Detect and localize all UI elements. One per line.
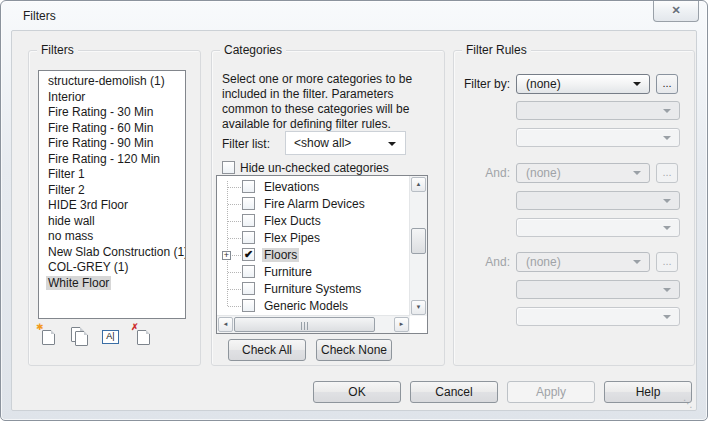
chevron-down-icon (663, 136, 671, 140)
chevron-down-icon (388, 142, 396, 146)
rule-operator-dropdown (516, 101, 680, 120)
list-item[interactable]: Fire Rating - 90 Min (39, 136, 185, 152)
expand-icon[interactable]: + (222, 251, 231, 260)
cancel-button[interactable]: Cancel (410, 381, 498, 403)
document-icon (137, 330, 150, 345)
ok-button[interactable]: OK (313, 381, 401, 403)
title-bar[interactable]: Filters ✕ (1, 1, 707, 30)
checkbox[interactable] (242, 214, 255, 227)
and-label: And: (454, 166, 510, 180)
scrollbar-thumb[interactable] (234, 317, 375, 332)
filter-by-dropdown[interactable]: (none) (516, 74, 650, 94)
list-item[interactable]: Fire Rating - 120 Min (39, 152, 185, 168)
filters-group-label: Filters (37, 43, 78, 57)
and-dropdown: (none) (516, 252, 650, 272)
checkbox-checked[interactable]: ✔ (242, 248, 255, 261)
list-item[interactable]: HIDE 3rd Floor (39, 198, 185, 214)
filter-by-label: Filter by: (454, 77, 510, 91)
new-filter-icon: ✱ (36, 323, 44, 332)
tree-row-selected[interactable]: + ✔ Floors (218, 247, 409, 264)
filters-toolbar: ✱ A| ✗ (29, 327, 200, 347)
chevron-down-icon (663, 288, 671, 292)
document-icon (75, 331, 88, 346)
list-item[interactable]: hide wall (39, 214, 185, 230)
filters-group: Filters structure-demolish (1) Interior … (28, 50, 201, 366)
list-item[interactable]: Fire Rating - 60 Min (39, 121, 185, 137)
close-icon: ✕ (671, 4, 680, 16)
categories-group-label: Categories (220, 43, 286, 57)
list-item[interactable]: Filter 2 (39, 183, 185, 199)
filters-list[interactable]: structure-demolish (1) Interior Fire Rat… (38, 70, 186, 319)
chevron-down-icon (633, 260, 641, 264)
browse-rule-button[interactable]: ... (656, 74, 678, 94)
checkbox[interactable] (242, 282, 255, 295)
rule-operator-dropdown (516, 280, 680, 299)
new-filter-button[interactable]: ✱ (38, 327, 56, 345)
dialog-body: Filters structure-demolish (1) Interior … (11, 30, 697, 411)
rename-filter-button[interactable]: A| (101, 327, 119, 345)
list-item-selected[interactable]: White Floor (39, 276, 185, 292)
rule-operator-dropdown (516, 191, 680, 210)
list-item[interactable]: no mass (39, 229, 185, 245)
delete-filter-button[interactable]: ✗ (133, 327, 151, 345)
hide-unchecked-label: Hide un-checked categories (240, 161, 389, 175)
list-item[interactable]: Interior (39, 90, 185, 106)
apply-button: Apply (507, 381, 595, 403)
and-label: And: (454, 255, 510, 269)
check-none-button[interactable]: Check None (316, 339, 392, 361)
vertical-scrollbar[interactable]: ▲ ▼ (409, 176, 427, 316)
tree-row[interactable]: Fire Alarm Devices (218, 196, 409, 213)
scroll-left-icon[interactable]: ◄ (218, 317, 233, 332)
tree-row[interactable]: Furniture (218, 264, 409, 281)
categories-tree[interactable]: Elevations Fire Alarm Devices Flex Ducts… (216, 175, 428, 334)
filter-list-dropdown[interactable]: <show all> (285, 131, 406, 155)
browse-rule-button: ... (656, 163, 678, 183)
scroll-right-icon[interactable]: ► (394, 317, 409, 332)
and-dropdown: (none) (516, 163, 650, 183)
browse-rule-button: ... (656, 252, 678, 272)
categories-description: Select one or more categories to be incl… (222, 72, 436, 132)
scroll-up-icon[interactable]: ▲ (411, 177, 426, 192)
tree-row[interactable]: Furniture Systems (218, 281, 409, 298)
document-icon (42, 330, 55, 345)
filter-rules-group-label: Filter Rules (462, 43, 531, 57)
dialog-title: Filters (23, 9, 56, 23)
close-button[interactable]: ✕ (653, 1, 699, 22)
rename-filter-icon: A| (102, 330, 119, 344)
chevron-down-icon (633, 82, 641, 86)
horizontal-scrollbar[interactable]: ◄ ► (217, 315, 410, 333)
duplicate-filter-button[interactable] (70, 327, 88, 345)
list-item[interactable]: Fire Rating - 30 Min (39, 105, 185, 121)
list-item[interactable]: COL-GREY (1) (39, 260, 185, 276)
filter-list-label: Filter list: (222, 137, 270, 151)
checkbox[interactable] (242, 197, 255, 210)
scrollbar-thumb[interactable] (411, 228, 426, 254)
help-button[interactable]: Help (604, 381, 692, 403)
list-item[interactable]: structure-demolish (1) (39, 74, 185, 90)
chevron-down-icon (663, 315, 671, 319)
chevron-down-icon (663, 199, 671, 203)
tree-row[interactable]: Flex Pipes (218, 230, 409, 247)
tree-row[interactable]: Generic Models (218, 298, 409, 315)
delete-filter-icon: ✗ (131, 323, 139, 332)
chevron-down-icon (663, 109, 671, 113)
checkbox[interactable] (242, 180, 255, 193)
checkbox[interactable] (242, 265, 255, 278)
tree-row[interactable]: Flex Ducts (218, 213, 409, 230)
chevron-down-icon (663, 226, 671, 230)
list-item[interactable]: Filter 1 (39, 167, 185, 183)
chevron-down-icon (633, 171, 641, 175)
check-all-button[interactable]: Check All (228, 339, 306, 361)
tree-row[interactable]: Elevations (218, 179, 409, 196)
rule-value-dropdown (516, 128, 680, 147)
resize-grip-icon[interactable]: ⋱ (683, 398, 693, 409)
categories-group: Categories Select one or more categories… (211, 50, 445, 366)
filter-rules-group: Filter Rules Filter by: (none) ... And: … (453, 50, 695, 366)
checkbox[interactable] (242, 299, 255, 312)
rule-value-dropdown (516, 218, 680, 237)
scroll-down-icon[interactable]: ▼ (411, 300, 426, 315)
filters-dialog: Filters ✕ Filters structure-demolish (1)… (0, 0, 708, 421)
checkbox[interactable] (242, 231, 255, 244)
list-item[interactable]: New Slab Construction (1) (39, 245, 185, 261)
hide-unchecked-checkbox[interactable] (222, 161, 235, 174)
